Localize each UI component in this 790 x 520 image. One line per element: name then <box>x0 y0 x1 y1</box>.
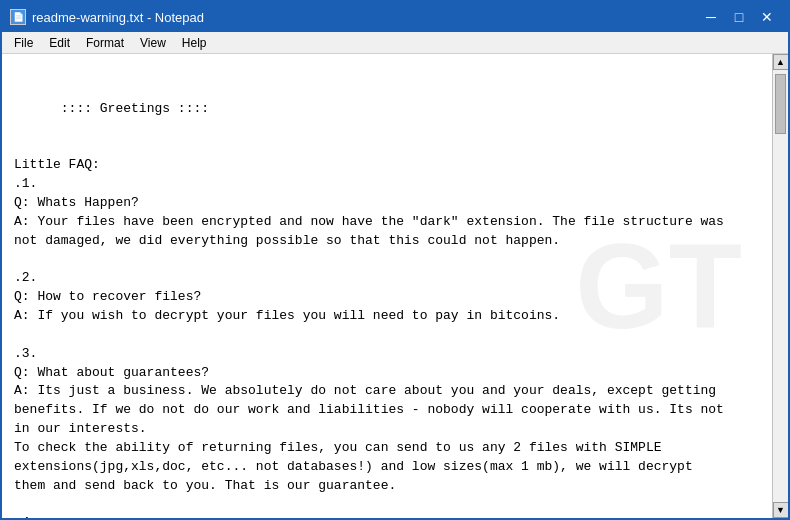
scroll-down-arrow[interactable]: ▼ <box>773 502 789 518</box>
title-bar: 📄 readme-warning.txt - Notepad ─ □ ✕ <box>2 2 788 32</box>
menu-format[interactable]: Format <box>78 34 132 52</box>
menu-file[interactable]: File <box>6 34 41 52</box>
menu-view[interactable]: View <box>132 34 174 52</box>
menu-help[interactable]: Help <box>174 34 215 52</box>
notepad-window: 📄 readme-warning.txt - Notepad ─ □ ✕ Fil… <box>0 0 790 520</box>
maximize-button[interactable]: □ <box>726 7 752 27</box>
minimize-button[interactable]: ─ <box>698 7 724 27</box>
scroll-thumb[interactable] <box>775 74 786 134</box>
title-bar-left: 📄 readme-warning.txt - Notepad <box>10 9 204 25</box>
close-button[interactable]: ✕ <box>754 7 780 27</box>
text-editor[interactable]: GT :::: Greetings :::: Little FAQ: .1. Q… <box>2 54 772 518</box>
scroll-up-arrow[interactable]: ▲ <box>773 54 789 70</box>
watermark: GT <box>575 226 742 346</box>
scrollbar[interactable]: ▲ ▼ <box>772 54 788 518</box>
menu-bar: File Edit Format View Help <box>2 32 788 54</box>
scroll-track[interactable] <box>773 70 788 502</box>
app-icon: 📄 <box>10 9 26 25</box>
content-area: GT :::: Greetings :::: Little FAQ: .1. Q… <box>2 54 788 518</box>
menu-edit[interactable]: Edit <box>41 34 78 52</box>
document-text: :::: Greetings :::: Little FAQ: .1. Q: W… <box>14 101 724 518</box>
title-controls: ─ □ ✕ <box>698 7 780 27</box>
window-title: readme-warning.txt - Notepad <box>32 10 204 25</box>
